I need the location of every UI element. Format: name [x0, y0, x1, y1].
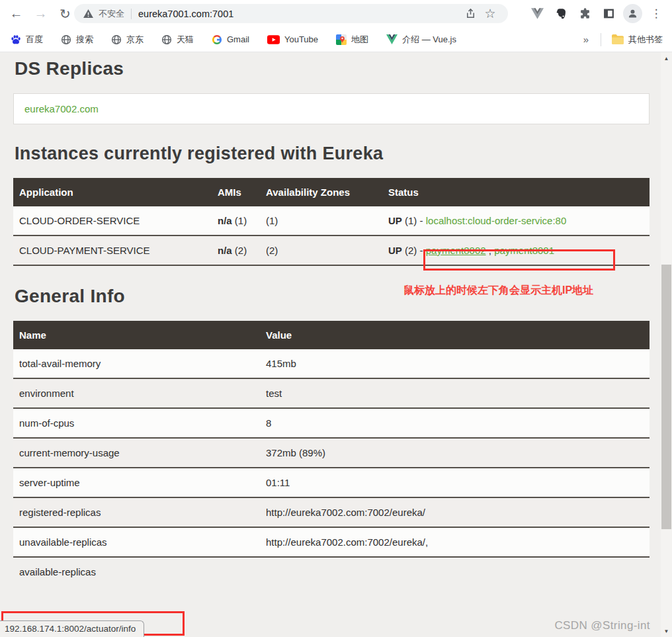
table-row: current-memory-usage 372mb (89%): [13, 438, 650, 468]
bookmark-tmall[interactable]: 天猫: [161, 34, 194, 46]
back-button[interactable]: ←: [4, 2, 28, 25]
google-maps-icon: [336, 34, 347, 45]
youtube-icon: [267, 35, 280, 44]
other-bookmarks-button[interactable]: 其他书签: [612, 34, 663, 46]
globe-icon: [61, 34, 71, 45]
table-row: server-uptime 01:11: [13, 468, 650, 497]
col-header-application: Application: [13, 178, 212, 206]
table-row: registered-replicas http://eureka7002.co…: [13, 497, 650, 527]
profile-avatar[interactable]: [620, 2, 644, 25]
status-cell: UP (2) - payment8002 , payment8001: [382, 235, 650, 265]
application-cell: CLOUD-PAYMENT-SERVICE: [13, 235, 212, 265]
info-value: test: [260, 378, 650, 408]
bookmark-baidu[interactable]: 百度: [11, 34, 43, 46]
col-header-name: Name: [13, 321, 260, 349]
instances-table: Application AMIs Availability Zones Stat…: [13, 178, 650, 266]
bookmark-youtube[interactable]: YouTube: [267, 34, 318, 44]
bookmarks-divider: [601, 33, 601, 46]
browser-menu-icon[interactable]: ⋮: [644, 2, 668, 25]
instance-link-payment8001[interactable]: payment8001: [494, 245, 554, 256]
table-row: CLOUD-ORDER-SERVICE n/a (1) (1) UP (1) -…: [13, 206, 650, 235]
globe-icon: [161, 34, 172, 45]
vue-icon: [386, 34, 398, 44]
info-value: 372mb (89%): [260, 438, 650, 468]
amis-cell: n/a (2): [212, 235, 260, 265]
baidu-paw-icon: [11, 34, 21, 45]
replica-link[interactable]: eureka7002.com: [24, 103, 99, 114]
bookmark-jingdong[interactable]: 京东: [111, 34, 144, 46]
evernote-icon[interactable]: [549, 2, 573, 25]
info-value: http://eureka7002.com:7002/eureka/: [260, 497, 650, 527]
share-icon[interactable]: [460, 5, 480, 23]
ds-replicas-title: DS Replicas: [15, 58, 650, 79]
browser-toolbar: ← → ↻ 不安全 eureka7001.com:7001 ☆: [0, 0, 672, 27]
scrollbar-up-arrow[interactable]: ▲: [661, 54, 672, 63]
not-secure-warning-icon: [83, 9, 93, 18]
scrollbar-down-arrow[interactable]: ▼: [661, 626, 672, 636]
eureka-dashboard-page: DS Replicas eureka7002.com Instances cur…: [0, 53, 661, 637]
link-target-status-bubble: 192.168.174.1:8002/actuator/info: [0, 620, 144, 637]
csdn-watermark: CSDN @String-int: [554, 619, 650, 632]
address-bar[interactable]: 不安全 eureka7001.com:7001 ☆: [74, 4, 508, 23]
security-label: 不安全: [99, 8, 124, 20]
table-row: CLOUD-PAYMENT-SERVICE n/a (2) (2) UP (2)…: [13, 235, 650, 265]
globe-icon: [111, 34, 122, 45]
bookmark-vuejs[interactable]: 介绍 — Vue.js: [386, 34, 456, 46]
forward-button[interactable]: →: [28, 2, 53, 25]
side-panel-icon[interactable]: [597, 2, 620, 25]
zones-cell: (1): [260, 206, 382, 235]
zones-cell: (2): [260, 235, 382, 265]
table-row: num-of-cpus 8: [13, 408, 650, 438]
status-cell: UP (1) - localhost:cloud-order-service:8…: [382, 206, 650, 235]
annotation-text: 鼠标放上的时候左下角会显示主机IP地址: [403, 284, 593, 298]
info-value: 415mb: [260, 349, 650, 378]
address-separator: [131, 9, 132, 19]
table-row: total-avail-memory 415mb: [13, 349, 650, 378]
google-g-icon: [212, 34, 222, 45]
extensions-puzzle-icon[interactable]: [573, 2, 597, 25]
col-header-value: Value: [260, 321, 650, 349]
info-value: 01:11: [260, 468, 650, 497]
url-text[interactable]: eureka7001.com:7001: [138, 9, 233, 19]
general-info-table: Name Value total-avail-memory 415mb envi…: [13, 321, 650, 586]
vertical-scrollbar[interactable]: ▲ ▼: [661, 52, 672, 637]
info-value: [260, 557, 650, 586]
col-header-status: Status: [382, 178, 650, 206]
vue-devtools-icon[interactable]: [525, 2, 549, 25]
info-name: environment: [13, 378, 260, 408]
info-name: registered-replicas: [13, 497, 260, 527]
bookmarks-overflow-chevron[interactable]: »: [583, 34, 589, 45]
info-name: unavailable-replicas: [13, 527, 260, 557]
info-name: available-replicas: [13, 557, 260, 586]
info-name: num-of-cpus: [13, 408, 260, 438]
table-row: available-replicas: [13, 557, 650, 586]
instance-link-payment8002[interactable]: payment8002: [426, 245, 486, 256]
col-header-amis: AMIs: [212, 178, 260, 206]
scrollbar-thumb[interactable]: [661, 265, 671, 529]
info-name: total-avail-memory: [13, 349, 260, 378]
instances-title: Instances currently registered with Eure…: [15, 144, 650, 164]
application-cell: CLOUD-ORDER-SERVICE: [13, 206, 212, 235]
ds-replicas-box: eureka7002.com: [13, 93, 650, 124]
table-row: unavailable-replicas http://eureka7002.c…: [13, 527, 650, 557]
table-row: environment test: [13, 378, 650, 408]
folder-icon: [612, 34, 624, 44]
bookmarks-bar: 百度 搜索 京东 天猫 Gmail: [0, 27, 672, 52]
col-header-availability-zones: Availability Zones: [260, 178, 382, 206]
bookmark-sousuo[interactable]: 搜索: [61, 34, 93, 46]
instance-link[interactable]: localhost:cloud-order-service:80: [426, 215, 567, 226]
amis-cell: n/a (1): [212, 206, 260, 235]
bookmark-star-icon[interactable]: ☆: [480, 5, 500, 23]
info-name: server-uptime: [13, 468, 260, 497]
bookmark-gmail[interactable]: Gmail: [212, 34, 249, 45]
bookmark-maps[interactable]: 地图: [336, 34, 368, 46]
info-name: current-memory-usage: [13, 438, 260, 468]
info-value: 8: [260, 408, 650, 438]
info-value: http://eureka7002.com:7002/eureka/,: [260, 527, 650, 557]
